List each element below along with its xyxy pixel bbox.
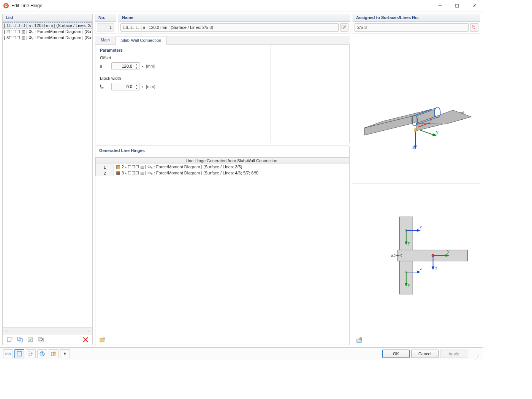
parameters-header: Parameters xyxy=(100,48,263,52)
name-cell: Name xyxy=(119,14,350,33)
offset-symbol: a xyxy=(100,64,109,68)
svg-text:y: y xyxy=(408,240,410,245)
preview-3d: z y x xyxy=(352,36,480,184)
preview-panel: z y x xyxy=(352,36,480,345)
app-icon xyxy=(3,3,9,9)
svg-point-2 xyxy=(5,5,6,6)
script-button[interactable]: fx xyxy=(60,349,70,358)
window-title: Edit Line Hinge xyxy=(11,3,42,8)
generated-hinges-panel: Generated Line Hinges Line Hinge Generat… xyxy=(95,146,350,345)
list-horizontal-scrollbar[interactable]: ‹ › xyxy=(3,327,92,334)
list-item-text: ☐☐☐ ▥ | Φₓ : Force/Moment Diagram | (Su… xyxy=(9,29,92,34)
svg-rect-68 xyxy=(17,352,22,356)
svg-text:z: z xyxy=(412,144,415,150)
list-item[interactable]: 2☐☐☐ ▥ | Φₓ : Force/Moment Diagram | (Su… xyxy=(3,28,92,35)
color-swatch-icon xyxy=(116,165,120,169)
bottom-toolbar: 0.00 ? fx OK Cancel Apply ⋰ xyxy=(0,347,483,359)
tab-bar: Main Slab-Wall Connection xyxy=(95,36,350,45)
parameters-panel: Parameters Offset a ▲▼ ▸ [mm] Block widt… xyxy=(95,45,268,143)
color-swatch-icon xyxy=(4,30,5,34)
offset-input[interactable] xyxy=(111,62,134,70)
list-body: 1☐☐☐ ☐ | a : 120.0 mm | (Surface / Lines… xyxy=(3,22,92,334)
svg-text:y: y xyxy=(447,248,450,253)
close-button[interactable] xyxy=(466,0,483,11)
no-cell: No. xyxy=(95,14,116,33)
check-all-button[interactable] xyxy=(37,336,46,344)
preview-settings-button[interactable] xyxy=(355,336,364,344)
offset-label: Offset xyxy=(100,55,263,60)
svg-text:y: y xyxy=(436,129,439,135)
copy-item-button[interactable] xyxy=(16,336,25,344)
assigned-cell: Assigned to Surfaces/Lines No. xyxy=(353,14,480,33)
svg-line-61 xyxy=(394,254,396,255)
help-button[interactable]: ? xyxy=(37,349,47,358)
list-header: List xyxy=(3,14,92,22)
list-item-text: ☐☐☐ ▥ | Φₓ : Force/Moment Diagram | (Su… xyxy=(9,35,92,40)
row-text: 3 - ☐☐☐ ▥ | Φₓ : Force/Moment Diagram | … xyxy=(114,170,349,176)
svg-line-30 xyxy=(420,130,435,136)
block-width-step-icon[interactable]: ▸ xyxy=(142,85,144,89)
ok-button[interactable]: OK xyxy=(382,350,410,358)
color-swatch-icon xyxy=(4,36,5,40)
name-input[interactable] xyxy=(120,23,339,32)
svg-point-35 xyxy=(414,129,417,132)
new-item-button[interactable] xyxy=(5,336,14,344)
units-button[interactable]: 0.00 xyxy=(3,349,13,358)
favorite-button[interactable] xyxy=(49,349,59,358)
svg-text:z: z xyxy=(420,266,422,271)
preview-section: z y y z z y xyxy=(352,186,480,333)
offset-spinner[interactable]: ▲▼ xyxy=(111,62,139,70)
svg-rect-16 xyxy=(100,339,104,342)
svg-rect-7 xyxy=(7,338,11,342)
block-width-unit: [mm] xyxy=(146,84,155,89)
color-swatch-icon xyxy=(4,24,5,28)
color-swatch-icon xyxy=(116,171,120,175)
svg-marker-43 xyxy=(417,229,421,232)
minimize-button[interactable] xyxy=(431,0,448,11)
table-row[interactable]: 23 - ☐☐☐ ▥ | Φₓ : Force/Moment Diagram |… xyxy=(96,170,349,176)
row-index: 2 xyxy=(96,170,114,176)
refresh-generated-button[interactable] xyxy=(98,336,107,344)
cancel-button[interactable]: Cancel xyxy=(411,350,439,358)
block-width-input[interactable] xyxy=(111,83,134,90)
generated-table: Line Hinge Generated from Slab-Wall Conn… xyxy=(95,157,349,176)
generated-col-header: Line Hinge Generated from Slab-Wall Conn… xyxy=(114,158,349,164)
svg-text:z: z xyxy=(420,224,422,229)
offset-unit: [mm] xyxy=(146,64,155,68)
delete-item-button[interactable] xyxy=(81,336,90,344)
maximize-button[interactable] xyxy=(448,0,466,11)
list-item[interactable]: 1☐☐☐ ☐ | a : 120.0 mm | (Surface / Lines… xyxy=(3,22,92,28)
no-input[interactable] xyxy=(97,23,114,32)
list-panel: List 1☐☐☐ ☐ | a : 120.0 mm | (Surface / … xyxy=(2,14,93,345)
name-label: Name xyxy=(119,14,350,22)
block-width-symbol: tbr xyxy=(100,84,109,89)
view-tree-button[interactable] xyxy=(26,349,36,358)
list-item[interactable]: 3☐☐☐ ▥ | Φₓ : Force/Moment Diagram | (Su… xyxy=(3,35,92,41)
svg-text:?: ? xyxy=(41,352,44,356)
tab-slab-wall[interactable]: Slab-Wall Connection xyxy=(116,36,167,45)
offset-step-icon[interactable]: ▸ xyxy=(142,64,144,68)
parameters-aux-panel xyxy=(271,45,350,143)
block-width-spinner[interactable]: ▲▼ xyxy=(111,83,139,90)
generated-header: Generated Line Hinges xyxy=(95,146,349,154)
tab-main[interactable]: Main xyxy=(95,36,116,44)
pick-surface-button[interactable] xyxy=(470,23,478,32)
svg-text:a: a xyxy=(391,253,394,258)
view-2d-button[interactable] xyxy=(14,349,24,358)
list-toolbar xyxy=(3,334,92,345)
svg-line-62 xyxy=(394,255,396,257)
resize-grip-icon[interactable]: ⋰ xyxy=(475,356,480,359)
edit-name-button[interactable] xyxy=(340,23,348,32)
assigned-label: Assigned to Surfaces/Lines No. xyxy=(353,14,480,22)
no-label: No. xyxy=(95,14,116,22)
svg-text:y: y xyxy=(408,282,410,287)
list-item-text: ☐☐☐ ☐ | a : 120.0 mm | (Surface / Lines:… xyxy=(9,23,92,28)
table-row[interactable]: 12 - ☐☐☐ ▥ | Φₓ : Force/Moment Diagram |… xyxy=(96,164,349,170)
assigned-input[interactable] xyxy=(355,23,469,32)
check-item-button[interactable] xyxy=(26,336,35,344)
row-text: 2 - ☐☐☐ ▥ | Φₓ : Force/Moment Diagram | … xyxy=(114,164,349,170)
svg-rect-4 xyxy=(456,4,459,7)
title-bar: Edit Line Hinge xyxy=(0,0,483,11)
svg-text:z: z xyxy=(435,265,437,271)
apply-button[interactable]: Apply xyxy=(440,350,467,358)
